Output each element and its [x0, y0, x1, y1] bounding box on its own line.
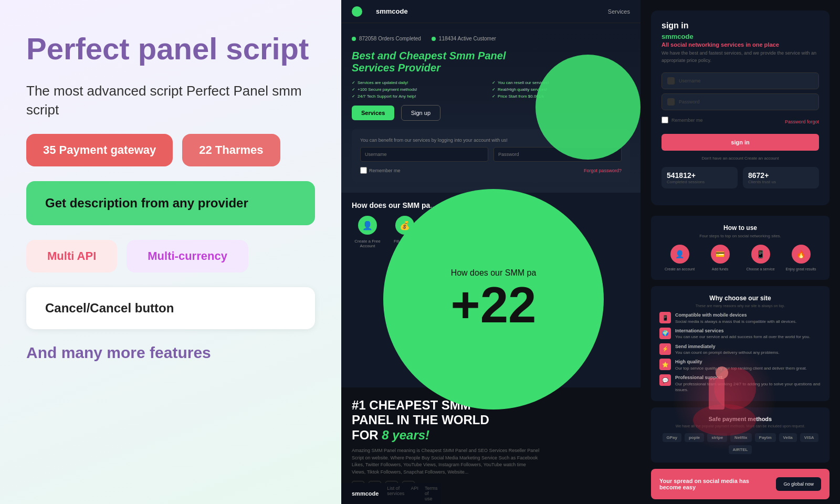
- sidebar-password-input[interactable]: Password: [662, 93, 819, 110]
- international-icon: 🌍: [659, 328, 671, 339]
- stat-dot-2: [432, 37, 436, 41]
- right-layout: smmcode Services 872058 Orders Completed: [341, 0, 840, 504]
- how-step-1: 👤 Create an account: [662, 245, 698, 271]
- hero-stats: 872058 Orders Completed 118434 Active Cu…: [352, 36, 630, 41]
- payment-visa: VISA: [800, 433, 818, 442]
- create-account-label: Create an account: [665, 267, 695, 271]
- signin-card: sign in smmcode All social networking se…: [651, 10, 830, 205]
- nav-logo-dot: [352, 6, 362, 17]
- mock-navbar: smmcode Services: [341, 0, 640, 23]
- sidebar-inputs: Username Password: [662, 72, 819, 110]
- api-currency-row: Multi API Multi-currency: [26, 240, 315, 272]
- services-btn[interactable]: Services: [352, 106, 394, 120]
- payment-gateway-badge: 35 Payment gateway: [26, 134, 173, 166]
- add-funds-label: Add funds: [712, 267, 729, 271]
- bottom-desc: Amazing SMM Panel meaning is Cheapest SM…: [352, 447, 541, 476]
- sidebar-remember-checkbox[interactable]: [662, 117, 668, 123]
- forgot-password-link[interactable]: Forgot password?: [584, 168, 622, 173]
- stat-dot-1: [352, 37, 356, 41]
- stat-clients: 8672+ Clients trust us: [743, 167, 819, 188]
- feature-3: ✓ +100 Secure payment methods!: [352, 87, 490, 92]
- nav-brand: smmcode: [376, 7, 408, 15]
- cta-button[interactable]: Go global now: [776, 477, 821, 491]
- choose-service-label: Choose a service: [746, 267, 774, 271]
- nav-services-link[interactable]: Services: [608, 8, 630, 15]
- stat-label-1: Completed sessions: [667, 180, 732, 184]
- sidebar-forgot[interactable]: Password forgot: [785, 119, 819, 124]
- stat-num-1: 541812+: [667, 171, 732, 180]
- signup-btn[interactable]: Sign up: [401, 105, 440, 121]
- user-icon: [667, 77, 675, 85]
- how-step-4: 🔥 Enjoy great results: [783, 245, 820, 271]
- username-placeholder: Username: [679, 78, 701, 83]
- how-subtitle: Four steps to top on social networking s…: [659, 234, 821, 238]
- signin-button[interactable]: sign in: [662, 134, 819, 151]
- hero-green-circle: [536, 55, 640, 160]
- themes-badge: 22 Tharmes: [182, 134, 280, 166]
- multi-currency-badge: Multi-currency: [127, 240, 248, 272]
- right-panel: smmcode Services 872058 Orders Completed: [341, 0, 840, 504]
- remember-forgot-row: Remember me Password forgot: [662, 117, 819, 127]
- many-features-text: And many more features: [26, 344, 315, 362]
- how-title: How to use: [659, 224, 821, 232]
- remember-me: Remember me: [662, 117, 703, 123]
- svg-rect-2: [709, 378, 724, 410]
- stat-label-2: Clients trust us: [748, 180, 814, 184]
- lock-icon: [667, 98, 675, 106]
- mock-footer: smmcode List of services API Terms of us…: [341, 483, 441, 504]
- big-green-circle: How does our SMM pa +22: [383, 189, 604, 410]
- subtitle: The most advanced script Perfect Panel s…: [26, 81, 315, 120]
- how-steps: 👤 Create an account 💳 Add funds 📱 Choose…: [659, 245, 821, 271]
- svg-point-0: [693, 404, 756, 436]
- choose-service-icon: 📱: [751, 245, 770, 264]
- mock-hero: 872058 Orders Completed 118434 Active Cu…: [341, 23, 640, 193]
- support-icon: 💬: [659, 374, 671, 386]
- svg-point-3: [716, 366, 728, 379]
- why-item-1: 📱 Compatible with mobile devices Social …: [659, 312, 821, 324]
- sidebar-brand: smmcode: [662, 33, 819, 40]
- feature-1: ✓ Services are updated daily!: [352, 80, 490, 85]
- password-placeholder: Password: [679, 99, 700, 104]
- how-step-2: 💳 Add funds: [702, 245, 739, 271]
- why-text-2: International services You can use our s…: [675, 328, 810, 340]
- left-panel: Perfect panel script The most advanced s…: [0, 0, 341, 504]
- green-feature-box: Get description from any provider: [26, 181, 315, 225]
- stat-completed: 541812+ Completed sessions: [662, 167, 738, 188]
- how-to-use-section: How to use Four steps to top on social n…: [651, 216, 830, 280]
- why-title: Why choose our site: [659, 295, 821, 302]
- why-subtitle: These are many reasons why our site is a…: [659, 304, 821, 308]
- add-funds-icon: 💳: [711, 245, 730, 264]
- main-title: Perfect panel script: [26, 32, 315, 67]
- sidebar-tagline: All social networking services in one pl…: [662, 41, 819, 48]
- footer-brand: smmcode: [352, 490, 379, 497]
- signin-title: sign in: [662, 21, 819, 30]
- feature-5: ✓ 24/7 Tech Support for Any help!: [352, 94, 490, 99]
- quality-icon: ⭐: [659, 359, 671, 370]
- username-input[interactable]: [360, 147, 488, 162]
- nav-links: Services: [608, 8, 630, 15]
- stat-orders: 872058 Orders Completed: [352, 36, 421, 41]
- why-text-1: Compatible with mobile devices Social me…: [675, 312, 796, 324]
- remember-label[interactable]: Remember me: [360, 167, 401, 174]
- mobile-icon: 📱: [659, 312, 671, 323]
- multi-api-badge: Multi API: [26, 240, 117, 272]
- payment-vella: Vella: [779, 433, 797, 442]
- footer-link-3[interactable]: Terms of use: [425, 486, 438, 501]
- footer-link-1[interactable]: List of services: [387, 486, 404, 501]
- create-account-link[interactable]: Don't have an account Create an account: [662, 156, 819, 161]
- remember-checkbox[interactable]: [360, 167, 367, 174]
- cancel-box: Cancel/Cancel button: [26, 287, 315, 329]
- stat-customers: 118434 Active Customer: [432, 36, 496, 41]
- footer-link-2[interactable]: API: [411, 486, 418, 501]
- footer-links: List of services API Terms of use: [387, 486, 437, 501]
- illustration-svg: [672, 346, 777, 452]
- stat-num-2: 8672+: [748, 171, 814, 180]
- create-account-icon: 👤: [670, 245, 689, 264]
- why-item-2: 🌍 International services You can use our…: [659, 328, 821, 340]
- pink-illustration: [672, 346, 777, 452]
- sidebar-username-input[interactable]: Username: [662, 72, 819, 89]
- step-1-label: Create a Free Account: [352, 239, 383, 248]
- remember-row: Remember me Forgot password?: [360, 167, 622, 174]
- sidebar-stats: 541812+ Completed sessions 8672+ Clients…: [662, 167, 819, 188]
- step-create-account: 👤 Create a Free Account: [352, 216, 383, 248]
